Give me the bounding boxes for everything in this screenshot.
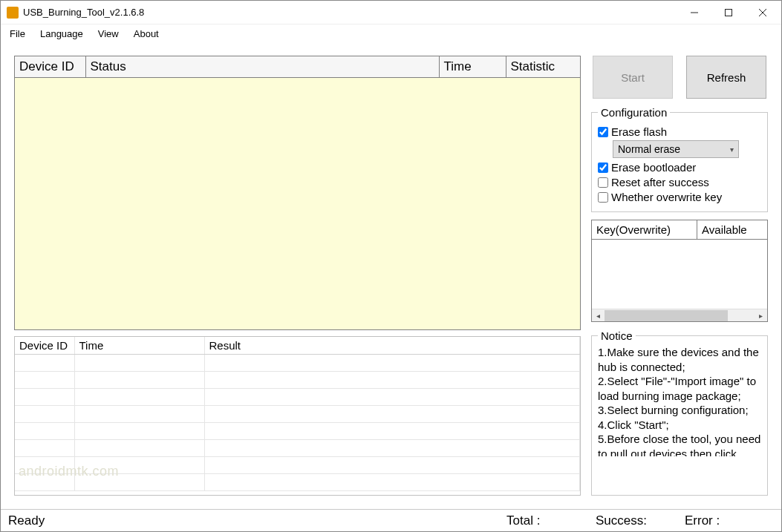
maximize-button[interactable] [711,1,746,24]
keys-col-available[interactable]: Available [697,220,767,240]
table-row [15,371,580,388]
scroll-track [605,309,755,321]
device-table: Device ID Status Time Statistic [14,56,581,330]
table-row [15,405,580,422]
notice-line: 4.Click "Start"; [598,418,761,433]
table-row [15,473,580,490]
log-col-time[interactable]: Time [74,337,204,354]
configuration-legend: Configuration [598,106,670,119]
menu-language[interactable]: Language [34,27,89,41]
lbl-erase-bootloader: Erase bootloader [611,161,696,174]
table-row [15,354,580,371]
minimize-button[interactable] [677,1,711,24]
configuration-group: Configuration Erase flash Normal erase ▾… [591,106,768,212]
notice-group: Notice 1.Make sure the devices and the h… [591,329,768,496]
col-status[interactable]: Status [85,56,439,78]
table-row [15,388,580,405]
maximize-icon [725,9,732,16]
log-col-device-id[interactable]: Device ID [15,337,74,354]
chk-erase-bootloader[interactable] [598,162,608,173]
keys-table: Key(Overwrite) Available ◂ ▸ [591,220,768,322]
scroll-left-icon: ◂ [592,309,605,321]
chk-erase-flash[interactable] [598,127,608,137]
horizontal-scrollbar[interactable]: ◂ ▸ [592,309,767,321]
start-button[interactable]: Start [593,56,673,99]
lbl-overwrite-key: Whether overwrite key [611,191,722,203]
status-ready: Ready [8,513,45,528]
action-buttons: Start Refresh [591,56,768,99]
col-time[interactable]: Time [439,56,506,78]
menu-file[interactable]: File [4,27,31,41]
notice-line: 2.Select "File"-"Import image" to load b… [598,374,761,403]
titlebar: USB_Burning_Tool_v2.1.6.8 [1,1,781,24]
keys-table-body [592,240,767,309]
status-success: Success: [596,513,685,528]
log-col-result[interactable]: Result [204,337,580,354]
status-total: Total : [506,513,596,528]
chk-reset-after-success[interactable] [598,177,608,188]
erase-mode-select[interactable]: Normal erase ▾ [613,140,739,158]
device-table-body [15,78,580,329]
notice-legend: Notice [598,329,636,342]
notice-line: 1.Make sure the devices and the hub is c… [598,345,761,374]
svg-rect-1 [726,9,732,16]
scroll-thumb[interactable] [605,310,728,321]
table-row [15,456,580,473]
chk-overwrite-key[interactable] [598,192,608,203]
notice-body: 1.Make sure the devices and the hub is c… [598,345,761,456]
statusbar: Ready Total : Success: Error : [1,509,781,531]
lbl-reset-after-success: Reset after success [611,176,709,188]
col-statistic[interactable]: Statistic [506,56,580,78]
close-button[interactable] [746,1,780,24]
lbl-erase-flash: Erase flash [611,125,667,138]
main-content: Device ID Status Time Statistic Device I… [1,42,781,509]
keys-col-key[interactable]: Key(Overwrite) [592,220,697,240]
table-row [15,422,580,439]
notice-line: 3.Select burning configuration; [598,403,761,418]
scroll-right-icon: ▸ [755,309,767,321]
right-column: Start Refresh Configuration Erase flash … [591,56,768,496]
notice-line: 5.Before close the tool, you need to pul… [598,432,761,456]
menu-about[interactable]: About [128,27,165,41]
erase-mode-value: Normal erase [618,143,680,155]
col-device-id[interactable]: Device ID [15,56,85,78]
window-title: USB_Burning_Tool_v2.1.6.8 [23,7,144,18]
status-error: Error : [685,513,774,528]
menu-view[interactable]: View [92,27,125,41]
close-icon [759,9,766,16]
table-row [15,439,580,456]
menubar: File Language View About [1,24,781,42]
log-table: Device ID Time Result [14,336,581,496]
minimize-icon [691,9,698,16]
chevron-down-icon: ▾ [730,145,734,154]
refresh-button[interactable]: Refresh [686,56,766,99]
left-column: Device ID Status Time Statistic Device I… [14,56,581,496]
app-icon [7,7,19,19]
window-controls [677,1,780,24]
